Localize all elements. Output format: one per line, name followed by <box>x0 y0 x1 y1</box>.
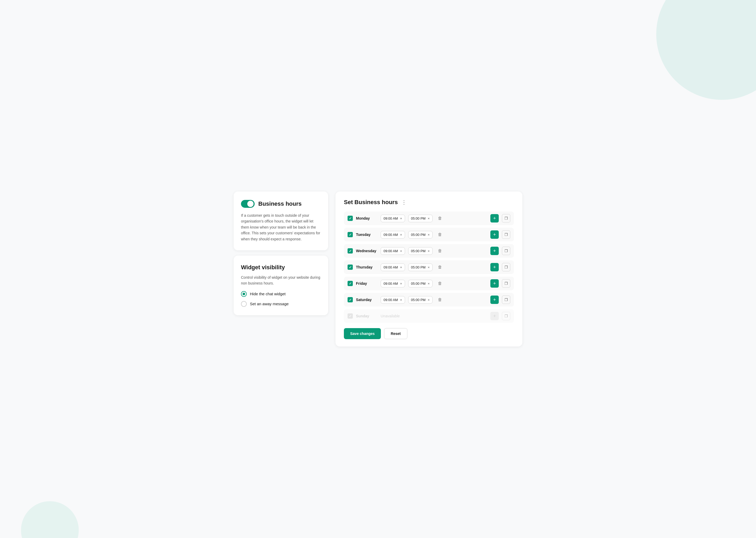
friday-end-clear[interactable]: × <box>428 282 430 285</box>
monday-check-icon: ✓ <box>349 217 352 220</box>
day-row-sunday: ✓ Sunday Unavailable + ❐ <box>344 309 514 323</box>
days-list: ✓ Monday 09:00 AM × 05:00 PM × 🗑 + ❐ <box>344 211 514 323</box>
wednesday-start-time[interactable]: 09:00 AM × <box>381 247 405 255</box>
business-hours-toggle[interactable] <box>241 200 255 208</box>
friday-checkbox[interactable]: ✓ <box>348 281 353 286</box>
sunday-copy-button[interactable]: ❐ <box>502 312 510 320</box>
set-business-hours-card: Set Business hours ⋮ ✓ Monday 09:00 AM ×… <box>336 191 522 347</box>
friday-label: Friday <box>356 281 377 286</box>
wednesday-checkbox[interactable]: ✓ <box>348 248 353 253</box>
wednesday-start-value: 09:00 AM <box>384 249 398 253</box>
friday-end-time[interactable]: 05:00 PM × <box>408 280 433 288</box>
radio-inner-hide <box>243 293 245 295</box>
saturday-end-time[interactable]: 05:00 PM × <box>408 296 433 304</box>
saturday-end-value: 05:00 PM <box>411 298 426 302</box>
thursday-checkbox[interactable]: ✓ <box>348 265 353 270</box>
thursday-start-clear[interactable]: × <box>400 266 402 269</box>
day-row-monday: ✓ Monday 09:00 AM × 05:00 PM × 🗑 + ❐ <box>344 211 514 225</box>
left-column: Business hours If a customer gets in tou… <box>234 191 328 347</box>
wednesday-copy-button[interactable]: ❐ <box>502 247 510 255</box>
monday-delete-button[interactable]: 🗑 <box>436 214 444 223</box>
business-hours-description: If a customer gets in touch outside of y… <box>241 213 321 242</box>
save-changes-button[interactable]: Save changes <box>344 328 381 339</box>
action-buttons: Save changes Reset <box>344 328 514 339</box>
tuesday-end-value: 05:00 PM <box>411 233 426 237</box>
tuesday-start-value: 09:00 AM <box>384 233 398 237</box>
monday-add-button[interactable]: + <box>490 214 499 223</box>
thursday-start-time[interactable]: 09:00 AM × <box>381 263 405 271</box>
saturday-start-time[interactable]: 09:00 AM × <box>381 296 405 304</box>
thursday-label: Thursday <box>356 265 377 269</box>
thursday-end-value: 05:00 PM <box>411 265 426 269</box>
monday-end-clear[interactable]: × <box>428 217 430 220</box>
friday-copy-button[interactable]: ❐ <box>502 279 510 288</box>
widget-visibility-card: Widget visibility Control visibility of … <box>234 256 328 315</box>
widget-visibility-description: Control visibility of widget on your web… <box>241 275 321 286</box>
tuesday-start-time[interactable]: 09:00 AM × <box>381 231 405 239</box>
tuesday-add-button[interactable]: + <box>490 230 499 239</box>
friday-start-clear[interactable]: × <box>400 282 402 285</box>
main-container: Business hours If a customer gets in tou… <box>234 191 522 347</box>
saturday-copy-button[interactable]: ❐ <box>502 296 510 304</box>
tuesday-check-icon: ✓ <box>349 233 352 237</box>
saturday-start-value: 09:00 AM <box>384 298 398 302</box>
saturday-delete-button[interactable]: 🗑 <box>436 296 444 304</box>
friday-delete-button[interactable]: 🗑 <box>436 279 444 288</box>
day-row-wednesday: ✓ Wednesday 09:00 AM × 05:00 PM × 🗑 + ❐ <box>344 244 514 258</box>
friday-start-time[interactable]: 09:00 AM × <box>381 280 405 288</box>
monday-end-time[interactable]: 05:00 PM × <box>408 215 433 222</box>
day-row-friday: ✓ Friday 09:00 AM × 05:00 PM × 🗑 + ❐ <box>344 277 514 290</box>
wednesday-end-clear[interactable]: × <box>428 249 430 253</box>
sunday-check-icon: ✓ <box>349 314 352 318</box>
toggle-thumb <box>247 201 254 207</box>
thursday-delete-button[interactable]: 🗑 <box>436 263 444 271</box>
tuesday-end-time[interactable]: 05:00 PM × <box>408 231 433 239</box>
saturday-add-button[interactable]: + <box>490 296 499 304</box>
radio-outer-hide <box>241 291 247 297</box>
monday-copy-button[interactable]: ❐ <box>502 214 510 223</box>
thursday-copy-button[interactable]: ❐ <box>502 263 510 271</box>
tuesday-start-clear[interactable]: × <box>400 233 402 237</box>
friday-check-icon: ✓ <box>349 282 352 285</box>
monday-end-value: 05:00 PM <box>411 216 426 220</box>
monday-start-time[interactable]: 09:00 AM × <box>381 215 405 222</box>
radio-outer-away <box>241 301 247 307</box>
radio-label-away: Set an away message <box>250 301 289 306</box>
friday-add-button[interactable]: + <box>490 279 499 288</box>
wednesday-start-clear[interactable]: × <box>400 249 402 253</box>
thursday-end-time[interactable]: 05:00 PM × <box>408 263 433 271</box>
more-options-icon[interactable]: ⋮ <box>402 199 406 205</box>
sunday-label: Sunday <box>356 314 377 318</box>
saturday-label: Saturday <box>356 297 377 302</box>
day-row-thursday: ✓ Thursday 09:00 AM × 05:00 PM × 🗑 + ❐ <box>344 260 514 274</box>
saturday-end-clear[interactable]: × <box>428 298 430 301</box>
radio-away-message[interactable]: Set an away message <box>241 301 321 307</box>
radio-label-hide: Hide the chat widget <box>250 292 286 296</box>
radio-hide-widget[interactable]: Hide the chat widget <box>241 291 321 297</box>
day-row-tuesday: ✓ Tuesday 09:00 AM × 05:00 PM × 🗑 + ❐ <box>344 228 514 242</box>
monday-start-clear[interactable]: × <box>400 217 402 220</box>
sunday-checkbox[interactable]: ✓ <box>348 313 353 319</box>
wednesday-delete-button[interactable]: 🗑 <box>436 247 444 255</box>
bg-decoration-top-right <box>656 0 756 100</box>
thursday-end-clear[interactable]: × <box>428 266 430 269</box>
tuesday-checkbox[interactable]: ✓ <box>348 232 353 237</box>
business-hours-title: Business hours <box>258 200 302 207</box>
tuesday-end-clear[interactable]: × <box>428 233 430 237</box>
business-hours-card: Business hours If a customer gets in tou… <box>234 191 328 250</box>
thursday-add-button[interactable]: + <box>490 263 499 271</box>
tuesday-copy-button[interactable]: ❐ <box>502 230 510 239</box>
set-hours-title: Set Business hours <box>344 199 398 206</box>
saturday-checkbox[interactable]: ✓ <box>348 297 353 302</box>
tuesday-delete-button[interactable]: 🗑 <box>436 230 444 239</box>
thursday-start-value: 09:00 AM <box>384 265 398 269</box>
visibility-radio-group: Hide the chat widget Set an away message <box>241 291 321 307</box>
saturday-start-clear[interactable]: × <box>400 298 402 301</box>
monday-checkbox[interactable]: ✓ <box>348 216 353 221</box>
thursday-check-icon: ✓ <box>349 266 352 269</box>
wednesday-add-button[interactable]: + <box>490 247 499 255</box>
monday-start-value: 09:00 AM <box>384 216 398 220</box>
reset-button[interactable]: Reset <box>384 328 407 339</box>
day-row-saturday: ✓ Saturday 09:00 AM × 05:00 PM × 🗑 + ❐ <box>344 293 514 306</box>
wednesday-end-time[interactable]: 05:00 PM × <box>408 247 433 255</box>
